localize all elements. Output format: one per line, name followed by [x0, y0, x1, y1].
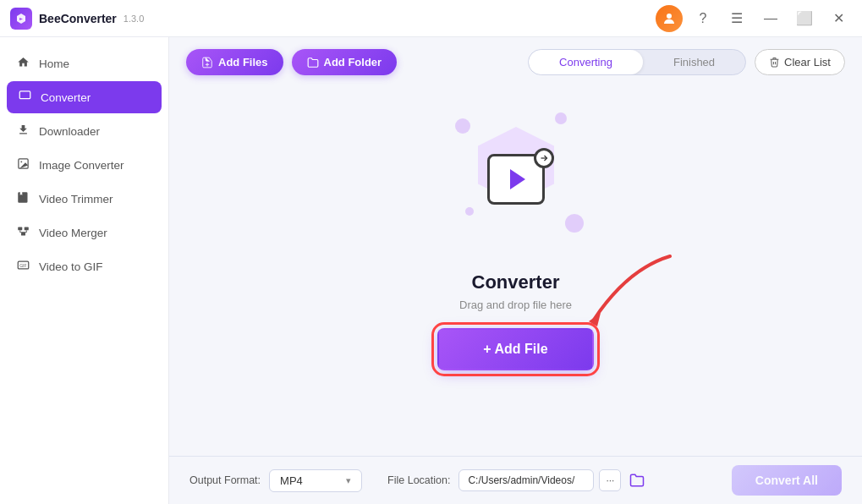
sidebar-item-video-merger[interactable]: Video Merger — [0, 216, 168, 249]
add-folder-label: Add Folder — [324, 56, 382, 68]
converter-icon — [17, 90, 32, 105]
add-folder-button[interactable]: Add Folder — [292, 49, 398, 75]
svg-marker-10 — [589, 313, 601, 326]
svg-point-3 — [20, 161, 22, 162]
content-area: Add Files Add Folder Converting Finished… — [169, 37, 862, 504]
sidebar-label-video-merger: Video Merger — [39, 227, 107, 239]
tab-group: Converting Finished — [528, 49, 746, 75]
file-location-field: File Location: C:/Users/admin/Videos/ ··… — [387, 469, 648, 491]
output-format-field: Output Format: MP4 ▾ — [189, 469, 362, 492]
svg-rect-5 — [24, 227, 28, 231]
decorative-dot-3 — [565, 214, 584, 233]
title-bar: BeeConverter 1.3.0 ? ☰ — ⬜ ✕ — [0, 0, 862, 37]
svg-point-0 — [667, 14, 672, 19]
close-button[interactable]: ✕ — [825, 5, 852, 32]
sidebar-label-downloader: Downloader — [39, 125, 100, 138]
add-files-button[interactable]: Add Files — [186, 49, 283, 75]
title-bar-left: BeeConverter 1.3.0 — [10, 8, 144, 30]
sidebar-label-home: Home — [39, 58, 69, 70]
clear-list-label: Clear List — [784, 56, 831, 68]
add-files-label: Add Files — [218, 56, 268, 68]
sidebar-item-video-trimmer[interactable]: Video Trimmer — [0, 183, 168, 215]
svg-rect-1 — [19, 91, 30, 99]
video-merger-icon — [15, 225, 30, 240]
video-to-gif-icon: GIF — [15, 259, 30, 274]
sidebar-item-video-to-gif[interactable]: GIF Video to GIF — [0, 250, 168, 282]
app-logo — [10, 8, 32, 30]
converter-title: Converter — [472, 271, 560, 293]
sidebar: Home Converter Downloader Image Converte… — [0, 37, 169, 504]
help-button[interactable]: ? — [689, 5, 717, 32]
sidebar-label-video-to-gif: Video to GIF — [39, 260, 103, 273]
menu-button[interactable]: ☰ — [723, 5, 750, 32]
clear-list-button[interactable]: Clear List — [755, 49, 845, 75]
converter-subtitle: Drag and drop file here — [459, 299, 572, 311]
toolbar: Add Files Add Folder Converting Finished… — [169, 37, 862, 87]
svg-text:GIF: GIF — [19, 263, 26, 268]
downloader-icon — [15, 123, 30, 139]
bottom-bar: Output Format: MP4 ▾ File Location: C:/U… — [169, 456, 862, 504]
sidebar-item-converter[interactable]: Converter — [7, 81, 162, 113]
home-icon — [15, 56, 30, 71]
maximize-button[interactable]: ⬜ — [791, 5, 818, 32]
converter-illustration — [431, 106, 601, 258]
convert-all-button[interactable]: Convert All — [732, 465, 842, 496]
image-converter-icon — [15, 157, 30, 173]
minimize-button[interactable]: — — [757, 5, 784, 32]
sidebar-label-converter: Converter — [41, 91, 91, 104]
location-dots-button[interactable]: ··· — [599, 469, 621, 491]
converting-tab[interactable]: Converting — [529, 50, 643, 74]
play-arrow — [510, 169, 525, 189]
avatar-button[interactable] — [656, 5, 683, 32]
red-arrow-annotation — [577, 252, 678, 337]
sidebar-item-downloader[interactable]: Downloader — [0, 115, 168, 147]
chevron-down-icon: ▾ — [346, 475, 351, 486]
decorative-dot-1 — [455, 118, 470, 134]
video-icon — [487, 154, 545, 205]
convert-arrow-icon — [534, 148, 554, 168]
file-location-label: File Location: — [387, 474, 450, 486]
app-name: BeeConverter — [39, 12, 117, 25]
svg-rect-6 — [21, 233, 25, 236]
file-location-wrap: C:/Users/admin/Videos/ ··· — [458, 469, 648, 491]
drop-area: Converter Drag and drop file here + Add … — [169, 87, 862, 456]
main-layout: Home Converter Downloader Image Converte… — [0, 37, 862, 504]
title-bar-controls: ? ☰ — ⬜ ✕ — [656, 5, 852, 32]
open-folder-button[interactable] — [626, 469, 648, 491]
location-value: C:/Users/admin/Videos/ — [468, 474, 574, 486]
app-version: 1.3.0 — [124, 14, 144, 24]
add-file-button[interactable]: + Add File — [437, 328, 593, 370]
sidebar-label-image-converter: Image Converter — [39, 159, 124, 172]
video-trimmer-icon — [15, 191, 30, 206]
sidebar-item-home[interactable]: Home — [0, 47, 168, 79]
location-input: C:/Users/admin/Videos/ — [458, 469, 594, 491]
finished-tab[interactable]: Finished — [643, 50, 745, 74]
format-select[interactable]: MP4 ▾ — [269, 469, 362, 492]
sidebar-item-image-converter[interactable]: Image Converter — [0, 149, 168, 181]
output-format-label: Output Format: — [189, 474, 261, 486]
svg-rect-4 — [18, 227, 22, 231]
add-file-wrapper: + Add File — [437, 328, 593, 370]
sidebar-label-video-trimmer: Video Trimmer — [39, 193, 113, 205]
format-value: MP4 — [280, 474, 303, 487]
video-icon-box — [487, 154, 545, 205]
